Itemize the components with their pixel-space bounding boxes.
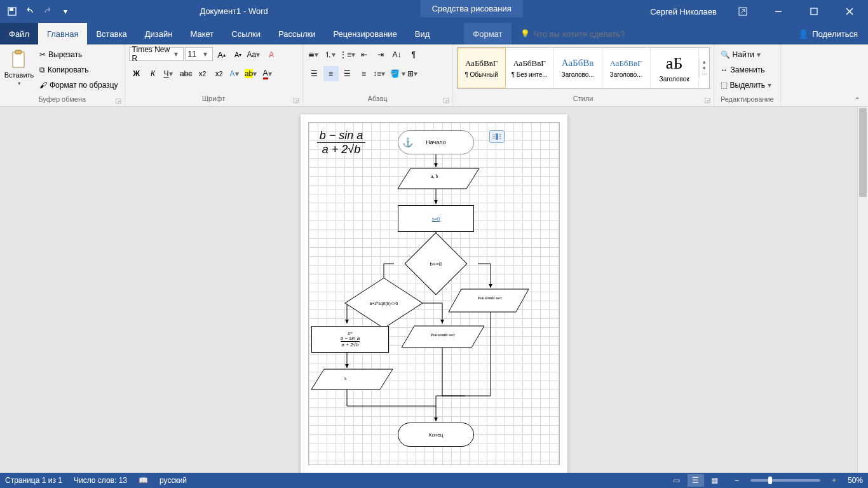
tab-view[interactable]: Вид [406, 23, 439, 44]
show-marks-button[interactable]: ¶ [406, 47, 421, 62]
zoom-slider[interactable] [750, 479, 820, 482]
style-heading2[interactable]: АаБбВвГЗаголово... [602, 48, 651, 88]
tab-format[interactable]: Формат [464, 23, 511, 44]
font-dialog-launcher[interactable]: ◲ [292, 96, 300, 104]
bullets-button[interactable]: ≣▾ [307, 47, 322, 62]
proofing-icon[interactable]: 📖 [139, 476, 148, 485]
align-left-button[interactable]: ☰ [307, 66, 322, 81]
style-title[interactable]: аБЗаголовок [651, 48, 699, 88]
shape-assign[interactable]: s=0 [398, 205, 474, 232]
style-no-spacing[interactable]: АаБбВвГ¶ Без инте... [506, 48, 554, 88]
share-button[interactable]: 👤 Поделиться [788, 23, 868, 44]
qat-customize-icon[interactable]: ▾ [57, 3, 74, 20]
zoom-level[interactable]: 50% [848, 476, 863, 485]
borders-button[interactable]: ⊞▾ [406, 66, 421, 81]
maximize-button[interactable] [799, 0, 829, 23]
tell-me-input[interactable] [534, 29, 699, 39]
shape-end[interactable]: Конец [398, 423, 474, 447]
user-name[interactable]: Сергей Николаев [645, 7, 722, 17]
line-spacing-button[interactable]: ↕≡▾ [373, 66, 388, 81]
tell-me-box[interactable]: 💡 [512, 23, 789, 44]
cut-button[interactable]: ✂Вырезать [37, 47, 121, 62]
underline-button[interactable]: Ч▾ [162, 66, 177, 81]
shape-output-label[interactable]: s [344, 376, 346, 381]
read-mode-button[interactable]: ▭ [668, 474, 685, 487]
document-area[interactable]: b − sin a a + 2√b ⚓ Начало [0, 107, 868, 473]
strikethrough-button[interactable]: abc [179, 66, 194, 81]
zoom-in-button[interactable]: + [832, 476, 836, 485]
page[interactable]: b − sin a a + 2√b ⚓ Начало [301, 114, 567, 473]
bold-button[interactable]: Ж [129, 66, 144, 81]
clear-formatting-button[interactable]: A̷ [264, 47, 279, 62]
align-right-button[interactable]: ☰ [340, 66, 355, 81]
tab-design[interactable]: Дизайн [136, 23, 182, 44]
layout-options-button[interactable] [489, 130, 505, 143]
text-effects-button[interactable]: A▾ [228, 66, 243, 81]
web-layout-button[interactable]: ▦ [707, 474, 723, 487]
close-button[interactable] [835, 0, 864, 23]
find-button[interactable]: 🔍Найти▾ [718, 47, 776, 62]
status-language[interactable]: русский [159, 476, 187, 485]
paragraph-dialog-launcher[interactable]: ◲ [442, 96, 450, 104]
change-case-button[interactable]: Aa▾ [247, 47, 262, 62]
zoom-out-button[interactable]: − [735, 476, 739, 485]
styles-scroll[interactable]: ▴▾⋯ [699, 58, 709, 78]
tab-file[interactable]: Файл [0, 23, 38, 44]
font-color-button[interactable]: A▾ [261, 66, 276, 81]
decrease-indent-button[interactable]: ⇤ [356, 47, 372, 62]
scrollbar-thumb[interactable] [859, 108, 867, 197]
shading-button[interactable]: 🪣▾ [390, 66, 405, 81]
styles-gallery[interactable]: АаБбВвГ¶ Обычный АаБбВвГ¶ Без инте... Аа… [457, 47, 710, 89]
justify-button[interactable]: ≡ [356, 66, 372, 81]
italic-button[interactable]: К [146, 66, 161, 81]
multilevel-button[interactable]: ⋮≡▾ [340, 47, 355, 62]
status-words[interactable]: Число слов: 13 [74, 476, 127, 485]
tab-insert[interactable]: Вставка [87, 23, 135, 44]
shape-nosolution2-label[interactable]: Решений нет [427, 332, 459, 337]
replace-button[interactable]: ↔Заменить [718, 62, 776, 78]
save-button[interactable] [4, 3, 20, 20]
paste-button[interactable]: Вставить ▾ [4, 47, 34, 89]
print-layout-button[interactable]: ☰ [688, 474, 704, 487]
superscript-button[interactable]: x2 [212, 66, 227, 81]
minimize-button[interactable] [764, 0, 793, 23]
tab-mailings[interactable]: Рассылки [269, 23, 324, 44]
zoom-slider-thumb[interactable] [768, 477, 772, 484]
tab-layout[interactable]: Макет [181, 23, 222, 44]
redo-button[interactable] [39, 3, 56, 20]
vertical-scrollbar[interactable] [857, 107, 868, 473]
styles-dialog-launcher[interactable]: ◲ [703, 96, 711, 104]
tab-references[interactable]: Ссылки [222, 23, 269, 44]
font-name-select[interactable]: Times New R▾ [129, 47, 184, 61]
format-painter-button[interactable]: 🖌Формат по образцу [37, 78, 121, 93]
sort-button[interactable]: A↓ [390, 47, 405, 62]
shape-nosolution1-label[interactable]: Решений нет [474, 295, 506, 301]
style-normal[interactable]: АаБбВвГ¶ Обычный [458, 48, 506, 88]
formula-display[interactable]: b − sin a a + 2√b [311, 125, 371, 159]
increase-indent-button[interactable]: ⇥ [373, 47, 388, 62]
status-page[interactable]: Страница 1 из 1 [5, 476, 62, 485]
numbering-button[interactable]: ⒈▾ [323, 47, 339, 62]
tab-home[interactable]: Главная [38, 23, 87, 44]
highlight-button[interactable]: ab▾ [245, 66, 260, 81]
shape-decision2[interactable]: a+2*sqrt(b)<>0 [344, 278, 423, 329]
font-size-select[interactable]: 11▾ [185, 47, 213, 61]
copy-button[interactable]: ⧉Копировать [37, 62, 121, 78]
undo-button[interactable] [22, 3, 38, 20]
collapse-ribbon-button[interactable]: ⌃ [854, 96, 865, 105]
grow-font-button[interactable]: A▴ [214, 47, 229, 62]
shrink-font-button[interactable]: A▾ [231, 47, 246, 62]
style-heading1[interactable]: АаБбВвЗаголово... [554, 48, 602, 88]
shape-decision1[interactable]: b>=0 [405, 233, 468, 295]
shape-formula-process[interactable]: s= b − sin aa + 2√b [311, 326, 389, 353]
drawing-canvas[interactable]: b − sin a a + 2√b ⚓ Начало [308, 122, 560, 465]
shape-start[interactable]: ⚓ Начало [398, 130, 474, 154]
tab-review[interactable]: Рецензирование [324, 23, 405, 44]
ribbon-tabs: Файл Главная Вставка Дизайн Макет Ссылки… [0, 23, 868, 44]
clipboard-dialog-launcher[interactable]: ◲ [114, 97, 122, 104]
subscript-button[interactable]: x2 [195, 66, 210, 81]
select-button[interactable]: ⬚Выделить▾ [718, 78, 776, 93]
shape-input-label[interactable]: a, b [431, 173, 438, 179]
align-center-button[interactable]: ≡ [323, 66, 339, 81]
ribbon-display-icon[interactable] [728, 0, 757, 23]
